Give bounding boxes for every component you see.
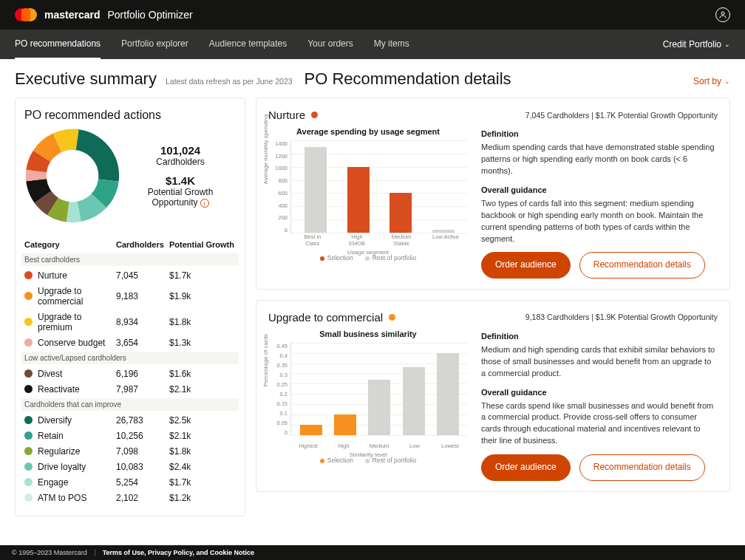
- recommendation-details-button[interactable]: Recommendation details: [579, 454, 705, 480]
- y-ticks: 1400120010008006004002000: [273, 140, 288, 233]
- detail-card: Nurture 7,045 Cardholders | $1.7K Potent…: [256, 98, 730, 290]
- table-row[interactable]: Upgrade to premium 8,934 $1.8k: [24, 309, 236, 335]
- x-axis-label: Similarity level: [349, 451, 387, 458]
- nav-audience-templates[interactable]: Audience templates: [209, 30, 287, 59]
- total-cardholders-value: 101,024: [125, 144, 236, 157]
- row-cardholders: 8,934: [116, 317, 169, 327]
- user-avatar-icon[interactable]: [715, 7, 730, 22]
- row-growth: $2.1k: [169, 384, 236, 395]
- row-growth: $1.7k: [169, 477, 236, 488]
- row-label: Engage: [38, 477, 116, 488]
- row-growth: $2.4k: [169, 462, 236, 472]
- chart-bar: [334, 414, 356, 435]
- row-growth: $1.6k: [169, 369, 236, 379]
- nav-po-recommendations[interactable]: PO recommendations: [15, 30, 101, 59]
- row-cardholders: 7,987: [116, 384, 169, 395]
- table-row[interactable]: Engage 5,254 $1.7k: [24, 474, 236, 490]
- chart-bar: [432, 230, 455, 233]
- info-icon[interactable]: i: [200, 199, 209, 208]
- copyright: © 1995–2023 Mastercard: [12, 549, 87, 556]
- category-dot-icon: [311, 112, 318, 118]
- row-growth: $1.8k: [169, 446, 236, 457]
- recommendation-details-button[interactable]: Recommendation details: [579, 252, 705, 278]
- table-row[interactable]: Diversify 26,783 $2.5k: [24, 412, 236, 428]
- detail-title: PO Recommendation details: [305, 69, 511, 89]
- table-row[interactable]: Retain 10,256 $2.1k: [24, 428, 236, 443]
- category-dot-icon: [24, 292, 33, 300]
- nav-portfolio-explorer[interactable]: Portfolio explorer: [121, 30, 188, 59]
- table-row[interactable]: Drive loyalty 10,083 $2.4k: [24, 459, 236, 474]
- table-row[interactable]: Upgrade to commercial 9,183 $1.9k: [24, 283, 236, 309]
- sort-by-label: Sort by: [693, 76, 721, 86]
- nav-your-orders[interactable]: Your orders: [307, 30, 353, 59]
- chart-bar: [437, 353, 459, 435]
- row-growth: $2.1k: [169, 431, 236, 441]
- row-cardholders: 5,254: [116, 477, 169, 488]
- mastercard-logo-icon: [15, 8, 37, 21]
- row-label: Nurture: [38, 270, 116, 281]
- chart-title: Average spending by usage segment: [268, 127, 468, 136]
- product-name: Portfolio Optimizer: [108, 9, 193, 21]
- row-label: Conserve budget: [38, 338, 116, 348]
- row-label: Diversify: [38, 415, 116, 426]
- chart-bar: [347, 167, 370, 233]
- detail-card-stats: 7,045 Cardholders | $1.7K Potential Grow…: [525, 111, 718, 120]
- table-row[interactable]: Conserve budget 3,654 $1.3k: [24, 335, 236, 350]
- definition-heading: Definition: [481, 129, 718, 140]
- row-label: Drive loyalty: [38, 462, 116, 472]
- svg-point-0: [721, 12, 724, 15]
- app-header: mastercard Portfolio Optimizer: [0, 0, 745, 30]
- chart-bar: [300, 425, 322, 435]
- y-axis-label: Average monthly spending: [262, 115, 269, 185]
- donut-chart: [24, 128, 120, 224]
- row-label: Regularize: [38, 446, 116, 457]
- growth-label: Potential Growth Opportunityi: [125, 187, 236, 208]
- row-label: Retain: [38, 431, 116, 441]
- row-label: Upgrade to commercial: [38, 286, 116, 307]
- col-potential-growth: Potential Growth: [169, 240, 236, 249]
- row-cardholders: 10,256: [116, 431, 169, 441]
- definition-heading: Definition: [481, 331, 718, 343]
- definition-text: Medium spending cards that have demonstr…: [481, 142, 718, 177]
- refresh-label: Latest data refresh as per June 2023: [166, 77, 293, 86]
- chart: Average spending by usage segment Averag…: [268, 127, 468, 279]
- portfolio-selector-label: Credit Portfolio: [663, 39, 721, 49]
- col-category: Category: [24, 240, 116, 249]
- footer-terms-link[interactable]: Terms of Use, Privacy Policy, and Cookie…: [103, 549, 254, 556]
- row-label: Reactivate: [38, 384, 116, 395]
- category-dot-icon: [24, 318, 33, 326]
- detail-card-title: Nurture: [268, 109, 305, 121]
- row-growth: $1.2k: [169, 493, 236, 503]
- growth-value: $1.4K: [125, 174, 236, 187]
- group-header: Cardholders that can improve: [21, 398, 239, 411]
- category-dot-icon: [24, 494, 33, 502]
- order-audience-button[interactable]: Order audience: [481, 252, 571, 278]
- group-header: Best cardholders: [21, 253, 239, 266]
- table-row[interactable]: Reactivate 7,987 $2.1k: [24, 381, 236, 397]
- table-row[interactable]: ATM to POS 2,102 $1.2k: [24, 490, 236, 505]
- row-cardholders: 3,654: [116, 338, 169, 348]
- chart-bar: [403, 367, 425, 435]
- row-growth: $1.9k: [169, 291, 236, 301]
- category-dot-icon: [24, 271, 33, 279]
- row-cardholders: 2,102: [116, 493, 169, 503]
- category-dot-icon: [24, 478, 33, 486]
- card-title: PO recommended actions: [24, 109, 236, 122]
- nav-my-items[interactable]: My items: [374, 30, 409, 59]
- definition-text: Medium and high spending cards that exhi…: [481, 344, 718, 380]
- order-audience-button[interactable]: Order audience: [481, 454, 571, 480]
- chart-bar: [305, 147, 327, 233]
- total-cardholders-label: Cardholders: [125, 157, 236, 167]
- table-row[interactable]: Nurture 7,045 $1.7k: [24, 267, 236, 283]
- table-row[interactable]: Regularize 7,098 $1.8k: [24, 443, 236, 459]
- row-cardholders: 6,196: [116, 369, 169, 379]
- detail-card: Upgrade to commercial 9,183 Cardholders …: [256, 300, 730, 492]
- chart-title: Small business similarity: [268, 329, 468, 338]
- portfolio-selector[interactable]: Credit Portfolio ⌄: [663, 39, 730, 49]
- row-cardholders: 7,098: [116, 446, 169, 457]
- guidance-heading: Overall guidance: [481, 185, 718, 197]
- table-row[interactable]: Divest 6,196 $1.6k: [24, 366, 236, 381]
- sort-by-button[interactable]: Sort by ⌄: [693, 76, 730, 86]
- y-ticks: 0.450.40.350.30.250.20.150.10.050: [273, 343, 288, 436]
- guidance-text: Two types of cards fall into this segmen…: [481, 198, 718, 245]
